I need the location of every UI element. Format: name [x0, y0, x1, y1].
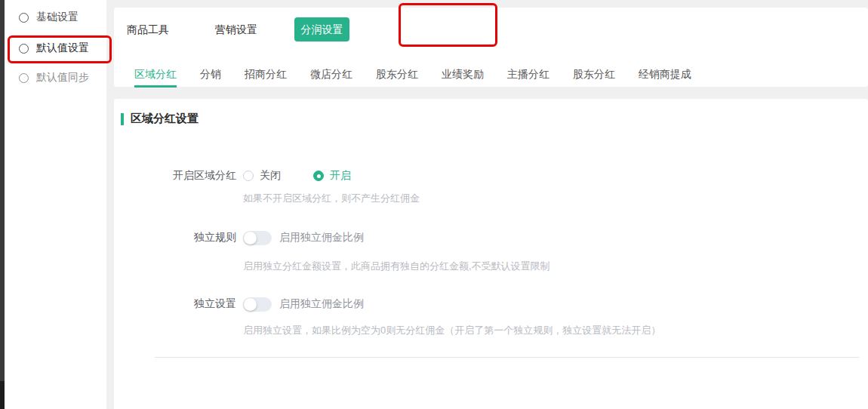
subtab-shareholder-dividend[interactable]: 股东分红	[376, 68, 418, 88]
independent-setting-help: 启用独立设置，如果比例为空为0则无分红佣金（开启了第一个独立规则，独立设置就无法…	[243, 324, 660, 337]
subtab-performance-reward[interactable]: 业绩奖励	[442, 68, 484, 88]
sidebar-item-label: 基础设置	[36, 11, 78, 24]
independent-setting-row: 独立设置 启用独立佣金比例	[114, 297, 868, 312]
subtab-shareholder-dividend-2[interactable]: 股东分红	[573, 68, 615, 88]
sidebar-item-label: 默认值设置	[36, 42, 89, 55]
enable-region-dividend-label: 开启区域分红	[114, 169, 236, 183]
subtab-anchor-dividend[interactable]: 主播分红	[507, 68, 549, 88]
radio-circle-icon	[19, 13, 29, 23]
main-content: 商品工具 营销设置 分润设置 区域分红 分销 招商分红 微店分红 股东分红 业绩…	[114, 0, 868, 409]
form-divider	[155, 357, 859, 358]
radio-circle-icon	[19, 44, 29, 54]
enable-region-dividend-row: 开启区域分红 关闭 开启	[114, 168, 868, 183]
sidebar-item-default-settings[interactable]: 默认值设置	[5, 33, 106, 63]
independent-rule-toggle[interactable]	[243, 231, 272, 245]
section-title: 区域分红设置	[131, 112, 199, 126]
secondary-tabs: 区域分红 分销 招商分红 微店分红 股东分红 业绩奖励 主播分红 股东分红 经销…	[134, 68, 715, 88]
radio-circle-icon	[19, 73, 29, 83]
sidebar-item-default-sync[interactable]: 默认值同步	[5, 63, 106, 93]
form-card: 区域分红设置 开启区域分红 关闭 开启 如果不开启区域分红，则不产生分红佣金 独…	[114, 99, 868, 409]
independent-rule-help: 启用独立分红金额设置，此商品拥有独自的分红金额,不受默认设置限制	[243, 260, 550, 273]
sidebar-item-basic-settings[interactable]: 基础设置	[5, 2, 106, 32]
subtab-dealer-commission[interactable]: 经销商提成	[639, 68, 691, 88]
independent-setting-toggle-label: 启用独立佣金比例	[279, 297, 364, 311]
sidebar-item-label: 默认值同步	[36, 71, 89, 85]
radio-on-label[interactable]: 开启	[330, 169, 351, 183]
radio-on[interactable]	[313, 171, 324, 181]
radio-off[interactable]	[243, 171, 254, 181]
independent-rule-label: 独立规则	[114, 231, 236, 244]
sidebar: 基础设置 默认值设置 默认值同步	[5, 0, 106, 409]
independent-setting-toggle[interactable]	[243, 297, 272, 312]
subtab-merchant-dividend[interactable]: 招商分红	[245, 68, 287, 88]
section-accent-bar	[121, 113, 124, 125]
enable-region-dividend-help: 如果不开启区域分红，则不产生分红佣金	[243, 192, 420, 205]
independent-setting-label: 独立设置	[114, 297, 236, 311]
tab-profit-settings[interactable]: 分润设置	[294, 17, 349, 42]
independent-rule-row: 独立规则 启用独立佣金比例	[114, 230, 868, 245]
tab-product-tools[interactable]: 商品工具	[127, 17, 169, 42]
subtab-microstore-dividend[interactable]: 微店分红	[310, 68, 352, 88]
subtab-distribution[interactable]: 分销	[200, 68, 221, 88]
tabs-card: 商品工具 营销设置 分润设置 区域分红 分销 招商分红 微店分红 股东分红 业绩…	[114, 8, 868, 87]
radio-off-label[interactable]: 关闭	[260, 169, 281, 183]
tab-marketing-settings[interactable]: 营销设置	[215, 17, 257, 42]
independent-rule-toggle-label: 启用独立佣金比例	[279, 231, 364, 244]
subtab-region-dividend[interactable]: 区域分红	[134, 68, 177, 88]
section-header: 区域分红设置	[121, 112, 199, 126]
